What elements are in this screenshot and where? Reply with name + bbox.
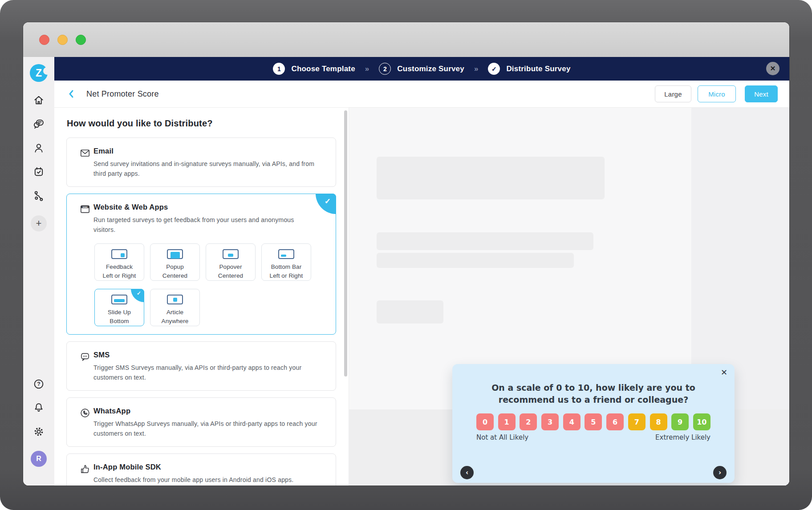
preview-placeholder-block bbox=[377, 300, 443, 324]
next-button[interactable]: Next bbox=[745, 85, 778, 102]
zoom-window-button[interactable] bbox=[76, 35, 86, 45]
plus-icon: + bbox=[36, 218, 42, 229]
preview-placeholder-bar bbox=[377, 253, 574, 268]
channel-card-email[interactable]: Email Send survey invitations and in-sig… bbox=[66, 138, 336, 187]
channel-card-sms[interactable]: SMS Trigger SMS Surveys manually, via AP… bbox=[66, 341, 336, 391]
channel-desc: Run targeted surveys to get feedback fro… bbox=[93, 215, 306, 235]
step-1-label: Choose Template bbox=[291, 65, 355, 73]
option-popup-centered[interactable]: PopupCentered bbox=[150, 243, 200, 281]
feedback-placement-icon bbox=[111, 249, 127, 259]
channel-card-whatsapp[interactable]: WhatsApp Trigger WhatsApp Surveys manual… bbox=[66, 397, 336, 447]
step-distribute-survey[interactable]: ✓ Distribute Survey bbox=[488, 63, 570, 75]
nps-score-10[interactable]: 10 bbox=[693, 413, 710, 430]
panel-scrollbar[interactable] bbox=[344, 110, 347, 376]
page-title: Net Promoter Score bbox=[86, 89, 159, 99]
channel-desc: Trigger SMS Surveys manually, via APIs o… bbox=[93, 363, 325, 382]
step-2-label: Customize Survey bbox=[397, 65, 464, 73]
channel-card-mobile-sdk[interactable]: In-App Mobile SDK Collect feedback from … bbox=[66, 453, 336, 486]
step-choose-template[interactable]: 1 Choose Template bbox=[273, 63, 355, 75]
size-large-button[interactable]: Large bbox=[655, 85, 691, 102]
whatsapp-icon bbox=[79, 407, 91, 419]
bottom-bar-placement-icon bbox=[278, 249, 294, 259]
sidebar-item-surveys[interactable] bbox=[32, 166, 45, 178]
step-separator-icon: » bbox=[474, 65, 478, 73]
channel-desc: Send survey invitations and in-signature… bbox=[93, 159, 325, 178]
sidebar-item-workflows[interactable] bbox=[32, 190, 45, 202]
avatar-letter: R bbox=[36, 455, 41, 463]
close-window-button[interactable] bbox=[39, 35, 49, 45]
sidebar-item-notifications[interactable] bbox=[32, 401, 45, 414]
chevron-left-icon bbox=[68, 89, 75, 98]
step-customize-survey[interactable]: 2 Customize Survey bbox=[379, 63, 464, 75]
sidebar-item-settings[interactable] bbox=[32, 425, 45, 438]
nps-score-0[interactable]: 0 bbox=[476, 413, 494, 430]
sidebar-item-help[interactable]: ? bbox=[32, 378, 45, 390]
minimize-window-button[interactable] bbox=[57, 35, 68, 45]
journey-flow-icon bbox=[32, 190, 45, 202]
survey-close-button[interactable]: ✕ bbox=[721, 368, 727, 377]
channel-title: WhatsApp bbox=[93, 407, 325, 415]
sms-icon bbox=[79, 351, 91, 363]
page-header: Net Promoter Score Large Micro Next bbox=[54, 81, 789, 108]
option-popover-centered[interactable]: PopoverCentered bbox=[206, 243, 256, 281]
brand-logo-letter: Z bbox=[36, 67, 42, 79]
size-micro-button[interactable]: Micro bbox=[698, 85, 736, 102]
brand-logo[interactable]: Z bbox=[30, 64, 48, 82]
popover-placement-icon bbox=[223, 249, 239, 259]
step-separator-icon: » bbox=[365, 65, 369, 73]
option-slide-up-bottom[interactable]: ✓ Slide UpBottom bbox=[94, 289, 144, 326]
nps-score-6[interactable]: 6 bbox=[606, 413, 624, 430]
wizard-stepper: 1 Choose Template » 2 Customize Survey »… bbox=[273, 63, 570, 75]
step-1-circle: 1 bbox=[273, 63, 285, 75]
nps-question: On a scale of 0 to 10, how likely are yo… bbox=[467, 382, 719, 406]
sidebar: Z bbox=[23, 57, 54, 486]
nps-score-1[interactable]: 1 bbox=[498, 413, 516, 430]
sidebar-item-responses[interactable] bbox=[32, 118, 45, 130]
sidebar-item-contacts[interactable] bbox=[32, 142, 45, 154]
channel-title: Email bbox=[93, 147, 325, 155]
wizard-step-bar: 1 Choose Template » 2 Customize Survey »… bbox=[54, 57, 789, 81]
nps-right-label: Extremely Likely bbox=[655, 433, 710, 441]
nps-scale: 0 1 2 3 4 5 6 7 8 9 10 bbox=[476, 413, 710, 430]
user-avatar[interactable]: R bbox=[31, 451, 47, 467]
nps-scale-labels: Not at All Likely Extremely Likely bbox=[476, 433, 710, 441]
channel-card-website[interactable]: ✓ www Website & Web Apps Run targeted su… bbox=[66, 194, 336, 335]
step-3-label: Distribute Survey bbox=[506, 65, 570, 73]
nps-score-3[interactable]: 3 bbox=[541, 413, 559, 430]
thumbs-up-icon bbox=[79, 463, 91, 475]
step-2-circle: 2 bbox=[379, 63, 391, 75]
nps-score-4[interactable]: 4 bbox=[563, 413, 581, 430]
article-placement-icon bbox=[167, 295, 183, 304]
device-frame: 1 Choose Template » 2 Customize Survey »… bbox=[0, 0, 812, 510]
selected-badge: ✓ bbox=[131, 289, 144, 302]
nps-score-8[interactable]: 8 bbox=[650, 413, 667, 430]
survey-prev-button[interactable]: ‹ bbox=[460, 466, 474, 479]
option-article-anywhere[interactable]: ArticleAnywhere bbox=[150, 289, 200, 326]
preview-placeholder-bar bbox=[377, 232, 593, 250]
website-icon: www bbox=[79, 203, 91, 215]
channel-title: Website & Web Apps bbox=[93, 203, 326, 211]
back-button[interactable] bbox=[68, 89, 75, 98]
panel-heading: How would you like to Distribute? bbox=[67, 118, 335, 129]
slide-up-placement-icon bbox=[111, 295, 127, 304]
option-feedback-left-right[interactable]: FeedbackLeft or Right bbox=[94, 243, 144, 281]
home-icon bbox=[32, 94, 45, 106]
nps-left-label: Not at All Likely bbox=[476, 433, 528, 441]
check-icon: ✓ bbox=[137, 290, 141, 296]
sidebar-item-home[interactable] bbox=[32, 94, 45, 106]
nps-score-9[interactable]: 9 bbox=[671, 413, 689, 430]
nps-survey-popup: ✕ On a scale of 0 to 10, how likely are … bbox=[452, 364, 735, 483]
option-bottom-bar[interactable]: Bottom BarLeft or Right bbox=[261, 243, 311, 281]
channel-desc: Trigger WhatsApp Surveys manually, via A… bbox=[93, 419, 325, 438]
svg-text:?: ? bbox=[37, 381, 40, 387]
app-window: 1 Choose Template » 2 Customize Survey »… bbox=[23, 22, 789, 486]
add-new-button[interactable]: + bbox=[31, 215, 47, 231]
check-icon: ✓ bbox=[325, 197, 331, 206]
window-titlebar bbox=[23, 22, 789, 57]
close-wizard-button[interactable]: ✕ bbox=[766, 62, 780, 75]
survey-next-button[interactable]: › bbox=[713, 466, 727, 479]
nps-score-7[interactable]: 7 bbox=[628, 413, 646, 430]
nps-score-2[interactable]: 2 bbox=[520, 413, 537, 430]
gear-icon bbox=[32, 425, 45, 438]
nps-score-5[interactable]: 5 bbox=[585, 413, 602, 430]
